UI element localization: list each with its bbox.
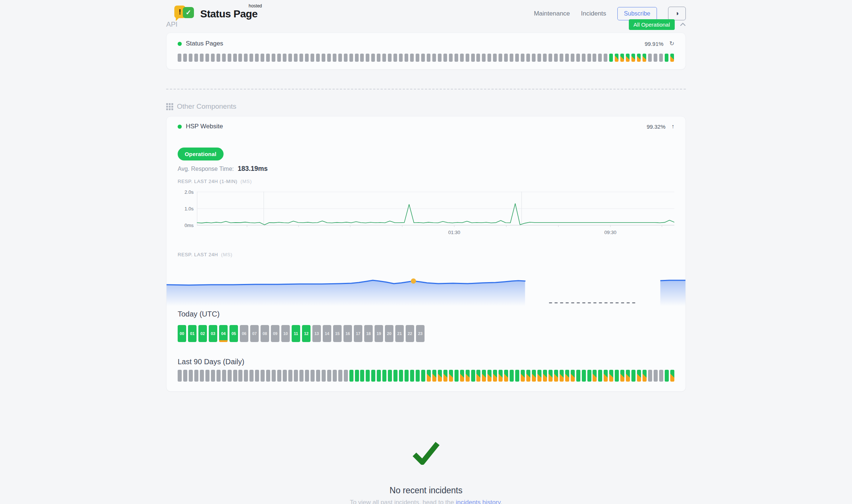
check-square-icon: ✓ [183,7,194,18]
uptime-bar [576,54,580,62]
day-block [537,370,541,382]
uptime-bar [366,54,369,62]
uptime-bar [305,54,309,62]
uptime-bar [487,54,491,62]
day-block [460,370,464,382]
uptime-bar [565,54,569,62]
uptime-bar [294,54,298,62]
chart1-xtick: 01:30 [448,230,460,235]
brand-name: Status Page hosted [200,8,258,20]
resp-1min-title: RESP. LAST 24H (1-MIN) [178,179,238,184]
uptime-percentage: 99.91% [645,41,664,47]
day-block [371,370,375,382]
day-block [598,370,602,382]
hour-label: 22 [407,331,412,336]
uptime-bar [382,54,386,62]
resp-24h-title: RESP. LAST 24H [178,252,218,257]
brand-logo-icon: ! ✓ [174,4,195,24]
uptime-bar [631,54,635,62]
day-block [366,370,370,382]
response-chart-24h[interactable] [167,262,685,306]
api-card: Status Pages 99.91% ↻ [166,33,686,70]
day-block [355,370,359,382]
hour-label: 18 [366,331,370,336]
ytick-0ms: 0ms [184,223,194,228]
nav-maintenance[interactable]: Maintenance [534,10,570,17]
uptime-bar [637,54,641,62]
day-block [327,370,331,382]
day-block [665,370,669,382]
uptime-bar [476,54,480,62]
incidents-history-link[interactable]: incidents history [456,499,500,504]
hour-block-20: 20 [385,325,393,342]
theme-toggle-button[interactable]: ◑ [668,7,686,20]
day-block [194,370,198,382]
day-block [576,370,580,382]
day-block [654,370,658,382]
refresh-icon[interactable]: ↻ [670,41,674,47]
hour-block-19: 19 [375,325,383,342]
uptime-bar [355,54,359,62]
day-block [637,370,641,382]
day-block [349,370,353,382]
uptime-bar [316,54,320,62]
ytick-1s: 1.0s [184,206,194,212]
uptime-bar [322,54,325,62]
day-block [305,370,309,382]
website-card: HSP Website 99.32% ↑ Operational Avg. Re… [166,116,686,392]
uptime-bar [454,54,458,62]
uptime-bar [200,54,204,62]
component-status-pages: Status Pages [178,40,223,47]
section-divider [166,89,686,89]
day-block [311,370,315,382]
uptime-bar [266,54,270,62]
day-block [626,370,630,382]
uptime-bar [582,54,586,62]
day-block [178,370,182,382]
day-block [421,370,425,382]
hour-block-18: 18 [364,325,373,342]
uptime-bar [222,54,226,62]
day-block [183,370,187,382]
incidents-section: No recent incidents To view all past inc… [166,440,686,504]
hour-block-05: 05 [229,325,238,342]
main-nav: Maintenance Incidents Subscribe ◑ [534,4,686,20]
hour-label: 15 [335,331,339,336]
subtitle-suffix: . [500,499,502,504]
uptime-bar [311,54,314,62]
operational-badge: Operational [178,148,224,160]
last-90-days-blocks [178,370,674,382]
hour-label: 14 [325,331,329,336]
hour-block-22: 22 [406,325,414,342]
chart1-x-axis: 01:3009:30 [197,227,674,236]
uptime-bar [460,54,464,62]
day-block [410,370,414,382]
collapse-chevron-icon[interactable] [680,23,686,26]
theme-icon: ◑ [675,10,679,17]
uptime-bar [421,54,425,62]
uptime-bar [521,54,524,62]
uptime-bar [194,54,198,62]
hour-label: 10 [283,331,288,336]
big-check-icon [411,440,441,465]
subtitle-prefix: To view all past incidents, head to the [350,499,456,504]
subscribe-button[interactable]: Subscribe [617,7,657,20]
uptime-bar [299,54,303,62]
hour-block-07: 07 [250,325,259,342]
day-block [360,370,364,382]
uptime-bar [272,54,275,62]
day-block [609,370,613,382]
day-block [487,370,492,382]
uptime-bar [405,54,408,62]
uptime-bar [609,54,613,62]
day-block [344,370,348,382]
uptime-bar [244,54,248,62]
day-block [471,370,475,382]
day-block [443,370,447,382]
nav-incidents[interactable]: Incidents [581,10,606,17]
uptime-percentage: 99.32% [647,124,665,130]
response-chart-1min[interactable]: 2.0s 1.0s 0ms [178,192,674,227]
uptime-bar [228,54,231,62]
uptime-bar [211,54,215,62]
day-block [521,370,525,382]
